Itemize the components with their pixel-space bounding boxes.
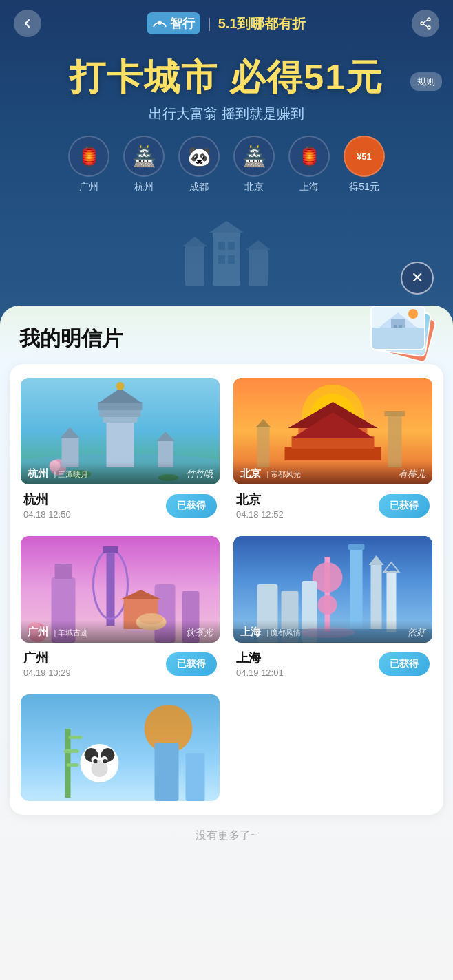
hangzhou-badge[interactable]: 已获得 xyxy=(166,494,217,518)
cards-grid: 杭州 | 三潭映月 竹竹哦 杭州 04.18 12:50 已获得 xyxy=(21,378,432,681)
svg-rect-12 xyxy=(185,245,204,286)
app-slogan: 5.1到哪都有折 xyxy=(218,14,306,33)
beijing-author: 有棒儿 xyxy=(399,468,425,480)
city-item-shanghai[interactable]: 🏮 上海 xyxy=(288,136,330,193)
hero-section: 打卡城市 必得51元 出行大富翁 摇到就是赚到 xyxy=(0,47,453,123)
guangzhou-title: 广州 xyxy=(23,650,71,666)
svg-rect-24 xyxy=(391,319,405,328)
postcard-card-shanghai[interactable]: 上海 | 魔都风情 依好 上海 04.19 12:01 已获得 xyxy=(233,536,432,681)
svg-rect-53 xyxy=(257,426,270,467)
city-row: 🏮 广州 🏯 杭州 🐼 成都 🏯 北京 🏮 上海 ¥51 得51元 xyxy=(0,123,453,200)
postcard-card-guangzhou[interactable]: 广州 | 羊城古迹 饮茶光 广州 04.19 10:29 已获得 xyxy=(21,536,220,681)
top-bar: 智行 | 5.1到哪都有折 xyxy=(0,0,453,47)
city-label-reward: 得51元 xyxy=(349,181,379,193)
guangzhou-city-sub: | 羊城古迹 xyxy=(54,628,88,637)
svg-rect-98 xyxy=(155,743,179,801)
bg-building xyxy=(165,217,288,289)
svg-rect-6 xyxy=(213,231,240,286)
guangzhou-badge[interactable]: 已获得 xyxy=(166,652,217,676)
svg-rect-10 xyxy=(218,255,225,264)
svg-marker-7 xyxy=(209,221,244,233)
city-icon-beijing: 🏯 xyxy=(233,136,275,177)
postcard-card-hangzhou[interactable]: 杭州 | 三潭映月 竹竹哦 杭州 04.18 12:50 已获得 xyxy=(21,378,220,522)
city-icon-hangzhou: 🏯 xyxy=(123,136,165,177)
beijing-city-name: 北京 xyxy=(240,467,261,479)
beijing-title: 北京 xyxy=(236,491,284,508)
svg-point-93 xyxy=(103,759,107,763)
share-button[interactable] xyxy=(412,10,439,37)
partial-cards-row xyxy=(21,694,432,801)
svg-rect-60 xyxy=(55,564,72,579)
svg-rect-95 xyxy=(69,736,83,739)
background: 智行 | 5.1到哪都有折 打卡城市 必得51元 出行大富翁 摇到就是赚到 规则… xyxy=(0,0,453,330)
guangzhou-card-info: 广州 04.19 10:29 已获得 xyxy=(21,643,220,681)
shanghai-author: 依好 xyxy=(408,626,425,639)
shanghai-date: 04.19 12:01 xyxy=(236,668,284,678)
beijing-card-info: 北京 04.18 12:52 已获得 xyxy=(233,484,432,522)
rules-button[interactable]: 规则 xyxy=(410,72,442,91)
shanghai-card-info: 上海 04.19 12:01 已获得 xyxy=(233,643,432,681)
svg-rect-14 xyxy=(249,248,268,286)
partial-card-chengdu[interactable] xyxy=(21,694,220,801)
city-label-hangzhou: 杭州 xyxy=(134,181,154,193)
hangzhou-label-bar: 杭州 | 三潭映月 竹竹哦 xyxy=(21,462,220,484)
postcard-image-guangzhou: 广州 | 羊城古迹 饮茶光 xyxy=(21,536,220,643)
back-button[interactable] xyxy=(14,10,41,37)
svg-line-5 xyxy=(423,24,428,27)
city-item-reward[interactable]: ¥51 得51元 xyxy=(344,136,385,193)
svg-rect-73 xyxy=(350,546,363,629)
logo-text: 智行 xyxy=(170,15,195,32)
cards-container: 杭州 | 三潭映月 竹竹哦 杭州 04.18 12:50 已获得 xyxy=(10,364,443,815)
city-item-chengdu[interactable]: 🐼 成都 xyxy=(178,136,220,193)
svg-marker-13 xyxy=(182,237,207,246)
hero-subtitle: 出行大富翁 摇到就是赚到 xyxy=(0,105,453,123)
guangzhou-city-name: 广州 xyxy=(28,626,48,637)
city-icon-reward: ¥51 xyxy=(344,136,385,177)
svg-rect-75 xyxy=(371,564,382,629)
svg-line-4 xyxy=(423,20,428,23)
city-item-hangzhou[interactable]: 🏯 杭州 xyxy=(123,136,165,193)
hangzhou-title: 杭州 xyxy=(23,491,71,508)
shanghai-city-name: 上海 xyxy=(240,626,261,637)
guangzhou-label-bar: 广州 | 羊城古迹 饮茶光 xyxy=(21,620,220,643)
svg-point-23 xyxy=(408,309,418,319)
city-icon-chengdu: 🐼 xyxy=(178,136,220,177)
postcard-decoration-icon xyxy=(370,306,439,361)
svg-rect-25 xyxy=(394,325,397,328)
svg-point-92 xyxy=(94,759,98,763)
city-item-guangzhou[interactable]: 🏮 广州 xyxy=(68,136,109,193)
app-logo: 智行 xyxy=(147,12,200,34)
city-icon-guangzhou: 🏮 xyxy=(68,136,109,177)
footer: 没有更多了~ xyxy=(0,815,453,850)
svg-point-72 xyxy=(318,595,337,615)
close-button[interactable]: ✕ xyxy=(401,262,434,295)
svg-rect-51 xyxy=(388,412,402,467)
postcard-image-shanghai: 上海 | 魔都风情 依好 xyxy=(233,536,432,643)
city-item-beijing[interactable]: 🏯 北京 xyxy=(233,136,275,193)
city-label-beijing: 北京 xyxy=(244,181,264,193)
guangzhou-date: 04.19 10:29 xyxy=(23,668,71,678)
shanghai-label-bar: 上海 | 魔都风情 依好 xyxy=(233,620,432,643)
postcard-image-beijing: 北京 | 帝都风光 有棒儿 xyxy=(233,378,432,484)
svg-point-36 xyxy=(116,382,125,390)
svg-marker-15 xyxy=(246,240,271,250)
shanghai-badge[interactable]: 已获得 xyxy=(379,652,430,676)
svg-rect-21 xyxy=(372,328,424,349)
svg-rect-97 xyxy=(67,763,79,767)
close-icon: ✕ xyxy=(411,269,423,287)
rules-label: 规则 xyxy=(417,76,435,87)
hangzhou-city-sub: | 三潭映月 xyxy=(54,470,88,478)
hangzhou-author: 竹竹哦 xyxy=(186,468,213,480)
beijing-date: 04.18 12:52 xyxy=(236,509,284,520)
hangzhou-date: 04.18 12:50 xyxy=(23,509,71,520)
guangzhou-author: 饮茶光 xyxy=(186,626,213,639)
beijing-badge[interactable]: 已获得 xyxy=(379,494,430,518)
svg-rect-96 xyxy=(64,749,79,753)
svg-rect-11 xyxy=(228,255,235,264)
svg-rect-99 xyxy=(186,753,205,801)
postcard-card-beijing[interactable]: 北京 | 帝都风光 有棒儿 北京 04.18 12:52 已获得 xyxy=(233,378,432,522)
footer-text: 没有更多了~ xyxy=(196,829,257,841)
postcard-image-hangzhou: 杭州 | 三潭映月 竹竹哦 xyxy=(21,378,220,484)
svg-rect-31 xyxy=(107,419,134,467)
beijing-city-sub: | 帝都风光 xyxy=(266,470,301,478)
